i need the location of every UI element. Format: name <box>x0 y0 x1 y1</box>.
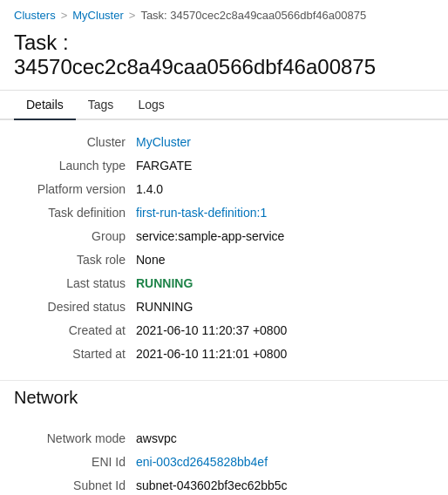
row-label: Group <box>14 225 136 248</box>
table-row: Last statusRUNNING <box>14 272 434 295</box>
row-value: first-run-task-definition:1 <box>136 201 434 225</box>
row-label: ENI Id <box>14 451 136 474</box>
table-row: Groupservice:sample-app-service <box>14 225 434 248</box>
network-section-title: Network <box>0 380 448 417</box>
row-label: Created at <box>14 319 136 342</box>
table-row: Subnet Idsubnet-043602bf3ec62bb5c <box>14 474 434 495</box>
row-value: eni-003cd2645828bb4ef <box>136 451 434 474</box>
breadcrumb-task: Task: 34570cec2c8a49caa0566dbf46a00875 <box>140 9 366 22</box>
tab-tags[interactable]: Tags <box>76 91 126 120</box>
row-value: awsvpc <box>136 427 434 451</box>
row-value: 2021-06-10 11:21:01 +0800 <box>136 342 434 366</box>
row-label: Desired status <box>14 295 136 319</box>
table-row: Task definitionfirst-run-task-definition… <box>14 201 434 225</box>
table-row: Platform version1.4.0 <box>14 178 434 201</box>
row-value: RUNNING <box>136 272 434 295</box>
row-label: Launch type <box>14 154 136 178</box>
row-label: Last status <box>14 272 136 295</box>
row-label: Subnet Id <box>14 474 136 495</box>
breadcrumb-sep-2: > <box>129 9 136 22</box>
details-table: ClusterMyClusterLaunch typeFARGATEPlatfo… <box>14 131 434 366</box>
row-value: service:sample-app-service <box>136 225 434 248</box>
table-row: Network modeawsvpc <box>14 427 434 451</box>
details-section: ClusterMyClusterLaunch typeFARGATEPlatfo… <box>0 120 448 376</box>
row-value: FARGATE <box>136 154 434 178</box>
page-title: Task : 34570cec2c8a49caa0566dbf46a00875 <box>0 27 448 91</box>
row-label: Task role <box>14 248 136 272</box>
table-row: Created at2021-06-10 11:20:37 +0800 <box>14 319 434 342</box>
table-row: Task roleNone <box>14 248 434 272</box>
row-label: Started at <box>14 342 136 366</box>
network-table: Network modeawsvpcENI Ideni-003cd2645828… <box>14 427 434 495</box>
breadcrumb-sep-1: > <box>61 9 68 22</box>
table-row: Desired statusRUNNING <box>14 295 434 319</box>
table-row: Launch typeFARGATE <box>14 154 434 178</box>
breadcrumb: Clusters > MyCluster > Task: 34570cec2c8… <box>0 0 448 27</box>
tab-details[interactable]: Details <box>14 91 76 120</box>
network-section: Network modeawsvpcENI Ideni-003cd2645828… <box>0 417 448 495</box>
row-link[interactable]: eni-003cd2645828bb4ef <box>136 455 268 469</box>
breadcrumb-clusters-link[interactable]: Clusters <box>14 9 56 22</box>
status-badge: RUNNING <box>136 276 193 290</box>
row-link[interactable]: first-run-task-definition:1 <box>136 206 267 220</box>
row-label: Cluster <box>14 131 136 154</box>
row-value: None <box>136 248 434 272</box>
row-value: 1.4.0 <box>136 178 434 201</box>
row-value: MyCluster <box>136 131 434 154</box>
tabs-bar: Details Tags Logs <box>0 91 448 120</box>
table-row: Started at2021-06-10 11:21:01 +0800 <box>14 342 434 366</box>
breadcrumb-cluster-link[interactable]: MyCluster <box>72 9 124 22</box>
table-row: ENI Ideni-003cd2645828bb4ef <box>14 451 434 474</box>
row-label: Network mode <box>14 427 136 451</box>
row-value: subnet-043602bf3ec62bb5c <box>136 474 434 495</box>
row-label: Task definition <box>14 201 136 225</box>
row-link[interactable]: MyCluster <box>136 135 191 149</box>
row-label: Platform version <box>14 178 136 201</box>
tab-logs[interactable]: Logs <box>126 91 176 120</box>
row-value: RUNNING <box>136 295 434 319</box>
table-row: ClusterMyCluster <box>14 131 434 154</box>
row-value: 2021-06-10 11:20:37 +0800 <box>136 319 434 342</box>
